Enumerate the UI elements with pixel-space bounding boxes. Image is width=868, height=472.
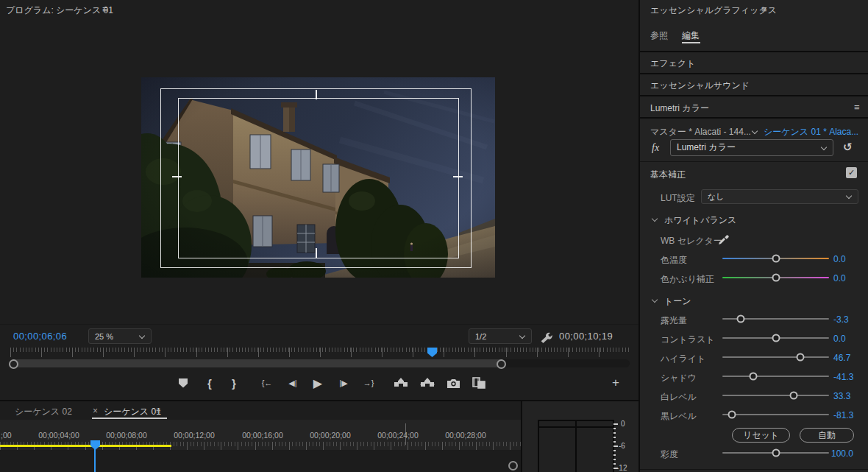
sequence-clip-selector[interactable]: シーケンス 01 * Alaca... bbox=[764, 126, 858, 138]
whites-label: 白レベル bbox=[661, 391, 697, 404]
auto-button[interactable]: 自動 bbox=[800, 428, 854, 443]
tab-edit[interactable]: 編集 bbox=[682, 29, 700, 42]
tab-browse[interactable]: 参照 bbox=[650, 29, 668, 42]
whites-slider[interactable] bbox=[722, 395, 829, 396]
highlights-slider[interactable] bbox=[722, 356, 829, 358]
reset-button[interactable]: リセット bbox=[732, 428, 790, 443]
shadows-value[interactable]: -41.3 bbox=[833, 372, 853, 382]
program-preview-video[interactable] bbox=[141, 77, 495, 278]
essential-graphics-title: エッセンシャルグラフィックス bbox=[650, 4, 777, 17]
exposure-value[interactable]: -3.3 bbox=[833, 314, 849, 325]
whites-value[interactable]: 33.3 bbox=[833, 391, 850, 401]
step-forward-button[interactable]: |▶ bbox=[334, 374, 353, 392]
zoom-scrollbar-right-handle[interactable] bbox=[497, 359, 506, 369]
highlights-value[interactable]: 46.7 bbox=[833, 353, 850, 363]
basic-correction-checkbox[interactable]: ✓ bbox=[846, 167, 857, 178]
tab-sequence-01[interactable]: シーケンス 01 bbox=[104, 406, 161, 418]
master-clip-selector[interactable]: マスター * Alacati - 144... bbox=[650, 126, 751, 138]
contrast-slider[interactable] bbox=[722, 337, 829, 339]
tint-label: 色かぶり補正 bbox=[661, 273, 714, 286]
exposure-slider[interactable] bbox=[722, 318, 829, 320]
step-back-button[interactable]: ◀| bbox=[283, 374, 302, 392]
lift-button[interactable] bbox=[391, 374, 410, 392]
go-to-in-button[interactable]: {← bbox=[257, 374, 277, 392]
shadows-slider-handle[interactable] bbox=[750, 373, 758, 381]
timeline-scrollbar-handle[interactable] bbox=[508, 461, 518, 471]
comparison-view-button[interactable] bbox=[469, 374, 488, 392]
eyedropper-icon[interactable] bbox=[718, 233, 730, 245]
meter-scale-tick bbox=[613, 437, 616, 438]
panel-tab-lumetri-color[interactable]: Lumetri カラー bbox=[650, 102, 709, 115]
go-to-out-button[interactable]: →} bbox=[359, 374, 378, 392]
lumetri-panel-menu-icon[interactable]: ≡ bbox=[854, 102, 860, 113]
meter-scale-label: -12 bbox=[616, 464, 627, 472]
blacks-value[interactable]: -81.3 bbox=[833, 410, 853, 420]
tint-slider[interactable] bbox=[722, 277, 829, 278]
separator bbox=[640, 51, 868, 52]
ruler-label: 00;00;04;00 bbox=[38, 431, 79, 440]
safe-margin-right-tick bbox=[453, 176, 463, 177]
safe-margin-top-tick bbox=[316, 90, 317, 99]
saturation-slider[interactable] bbox=[722, 452, 829, 454]
meter-scale-label: 0 bbox=[621, 420, 625, 428]
highlights-slider-handle[interactable] bbox=[796, 353, 804, 362]
exposure-slider-handle[interactable] bbox=[736, 315, 744, 323]
temperature-slider-handle[interactable] bbox=[772, 255, 780, 263]
saturation-value[interactable]: 100.0 bbox=[831, 448, 853, 459]
current-timecode[interactable]: 00;00;06;06 bbox=[13, 331, 67, 342]
main-vertical-divider bbox=[638, 0, 640, 472]
tab-sequence-02[interactable]: シーケンス 02 bbox=[15, 406, 72, 418]
reset-effect-icon[interactable]: ↺ bbox=[843, 141, 853, 154]
monitor-zoom-scrollbar-range[interactable] bbox=[10, 359, 505, 367]
export-frame-button[interactable] bbox=[444, 374, 463, 392]
lut-select[interactable]: なし bbox=[701, 189, 858, 204]
playback-resolution-select[interactable]: 1/2 bbox=[469, 328, 532, 344]
exposure-label: 露光量 bbox=[661, 314, 687, 327]
panel-tab-effects[interactable]: エフェクト bbox=[650, 57, 695, 70]
close-tab-icon[interactable]: × bbox=[93, 406, 98, 416]
meter-scale-tick bbox=[613, 450, 616, 451]
zoom-level-select[interactable]: 25 % bbox=[88, 328, 152, 344]
blacks-slider[interactable] bbox=[722, 414, 829, 415]
contrast-value[interactable]: 0.0 bbox=[833, 334, 846, 344]
tint-value[interactable]: 0.0 bbox=[833, 273, 846, 283]
chevron-down-icon bbox=[846, 193, 852, 199]
program-panel-menu-icon[interactable]: ≡ bbox=[102, 4, 108, 15]
tint-slider-handle[interactable] bbox=[772, 274, 780, 282]
timeline-tab-menu-icon[interactable]: ≡ bbox=[156, 406, 160, 415]
wb-selector-label: WB セレクター bbox=[661, 235, 722, 247]
mark-out-button[interactable]: } bbox=[224, 374, 243, 392]
chevron-down-icon bbox=[519, 332, 525, 338]
audio-meter-bars bbox=[538, 420, 614, 472]
contrast-slider-handle[interactable] bbox=[772, 334, 780, 342]
active-tab-underline bbox=[92, 418, 167, 419]
lift-icon bbox=[394, 378, 408, 388]
blacks-slider-handle[interactable] bbox=[728, 411, 736, 419]
zoom-scrollbar-left-handle[interactable] bbox=[9, 359, 18, 369]
timeline-tracks-area[interactable] bbox=[0, 450, 522, 472]
tone-section-label[interactable]: トーン bbox=[664, 295, 691, 308]
extract-button[interactable] bbox=[418, 374, 437, 392]
shadows-slider[interactable] bbox=[722, 376, 829, 377]
essential-graphics-menu-icon[interactable]: ≡ bbox=[761, 4, 767, 15]
add-marker-button[interactable] bbox=[174, 374, 193, 392]
button-editor-plus-button[interactable]: + bbox=[606, 374, 625, 392]
lut-select-value: なし bbox=[708, 191, 725, 202]
saturation-slider-handle[interactable] bbox=[772, 449, 780, 457]
extract-icon bbox=[420, 378, 435, 388]
basic-correction-label[interactable]: 基本補正 bbox=[650, 169, 686, 181]
white-balance-section-label[interactable]: ホワイトバランス bbox=[664, 214, 736, 227]
temperature-value[interactable]: 0.0 bbox=[833, 254, 846, 264]
effect-select[interactable]: Lumetri カラー bbox=[670, 139, 833, 156]
play-button[interactable]: ▶ bbox=[308, 374, 327, 392]
panel-tab-essential-sound[interactable]: エッセンシャルサウンド bbox=[650, 80, 750, 92]
meter-scale-label: -6 bbox=[619, 442, 625, 450]
fx-badge-icon: fx bbox=[652, 142, 659, 154]
temperature-slider[interactable] bbox=[722, 258, 829, 259]
comparison-view-icon bbox=[472, 377, 485, 389]
safe-margin-bottom-tick bbox=[316, 248, 317, 258]
settings-wrench-icon[interactable] bbox=[538, 329, 553, 344]
mark-in-button[interactable]: { bbox=[200, 374, 219, 392]
highlights-label: ハイライト bbox=[661, 353, 705, 365]
whites-slider-handle[interactable] bbox=[790, 392, 798, 400]
